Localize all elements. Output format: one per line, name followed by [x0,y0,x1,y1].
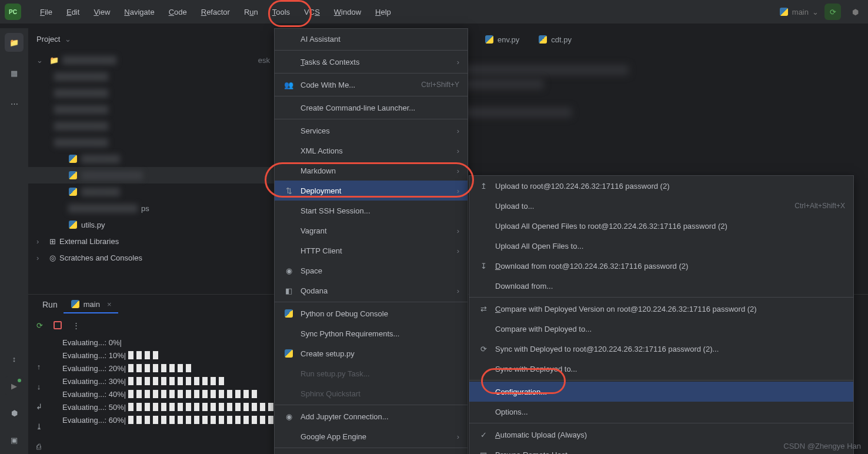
python-icon [485,35,494,44]
menu-help[interactable]: Help [368,4,398,20]
project-tool-button[interactable]: 📁 [5,33,24,52]
python-icon [68,220,78,229]
more-actions-button[interactable]: ⋮ [72,321,80,330]
deploy-upload-to[interactable]: Upload to...Ctrl+Alt+Shift+X [469,196,853,216]
chevron-right-icon: › [457,286,459,295]
tree-item[interactable]: xxxx [28,151,275,167]
menu-tasks-contexts[interactable]: Tasks & Contexts› [275,52,468,72]
menu-edit[interactable]: Edit [59,4,86,20]
python-console-button[interactable]: ⬢ [5,403,24,422]
menu-gae[interactable]: Google App Engine› [275,426,468,446]
left-toolbar-bottom: ↕ ▶ ⬢ ▣ [0,349,28,449]
menu-python-console[interactable]: Python or Debug Console [275,303,468,323]
tree-scratches[interactable]: ›◎Scratches and Consoles [28,249,275,266]
deploy-sync-host[interactable]: ⟳Sync with Deployed to root@120.224.26.3… [469,339,853,359]
soft-wrap-button[interactable]: ↲ [31,399,47,413]
deploy-upload-host[interactable]: ↥Upload to root@120.224.26.32:17116 pass… [469,176,853,196]
menu-view[interactable]: View [86,4,117,20]
run-tab-main[interactable]: main× [64,296,119,313]
tab-label: env.py [498,35,519,44]
chevron-right-icon: › [457,226,459,235]
menu-deployment[interactable]: ⇅Deployment› [275,181,468,201]
close-icon[interactable]: × [107,300,112,309]
menu-vcs[interactable]: VCS [297,4,327,20]
tree-item[interactable]: xxxxxxxx [28,68,275,85]
run-tab-label: main [84,300,100,309]
tree-item[interactable]: xxxxxxxx [28,101,275,118]
python-icon [68,154,78,163]
deploy-options[interactable]: Options... [469,402,853,422]
menu-markdown[interactable]: Markdown› [275,161,468,181]
deploy-compare[interactable]: Compare with Deployed to... [469,319,853,339]
deploy-icon: ⇅ [283,186,295,195]
chevron-right-icon: › [457,58,459,66]
menu-sync-requirements[interactable]: Sync Python Requirements... [275,323,468,343]
menu-services[interactable]: Services› [275,121,468,141]
run-button[interactable]: ⟳ [824,4,841,20]
run-config-selector[interactable]: main ⌄ [779,7,819,16]
tree-item-selected[interactable]: xxxxxxxxxx [28,167,275,183]
tree-item[interactable]: xxxx [28,183,275,200]
menu-http-client[interactable]: HTTP Client› [275,241,468,261]
deploy-download-host[interactable]: ↧Download from root@120.224.26.32:17116 … [469,256,853,276]
tree-item[interactable]: xxxxxxxxxxxxps [28,200,275,216]
stop-button[interactable] [54,321,62,329]
tree-root[interactable]: ⌄📁xxxxxxxxesk [28,52,275,68]
tools-dropdown: AI Assistant Tasks & Contexts› 👥Code Wit… [274,28,468,454]
project-panel: Project ⌄ ⌄📁xxxxxxxxesk xxxxxxxx xxxxxxx… [28,28,275,294]
tree-item[interactable]: xxxxxxxx [28,118,275,134]
editor-tab-env[interactable]: env.py [475,30,529,49]
menu-ai-assistant[interactable]: AI Assistant [275,29,468,49]
menu-window[interactable]: Window [327,4,368,20]
deploy-compare-host[interactable]: ⇄Compare with Deployed Version on root@1… [469,299,853,319]
python-icon [779,7,789,16]
project-panel-header[interactable]: Project ⌄ [28,28,275,49]
rerun-button[interactable]: ⟳ [36,321,43,330]
editor-tab-cdt[interactable]: cdt.py [529,30,581,49]
scroll-to-end-button[interactable]: ⤓ [31,419,47,433]
structure-tool-button[interactable]: ▦ [5,64,24,82]
menu-vagrant[interactable]: Vagrant› [275,221,468,241]
menu-navigate[interactable]: Navigate [117,4,161,20]
deploy-sync[interactable]: Sync with Deployed to... [469,359,853,379]
more-tool-button[interactable]: ⋯ [5,94,24,113]
jupyter-icon: ◉ [283,412,295,421]
menu-ssh-session[interactable]: Start SSH Session... [275,201,468,221]
chevron-down-icon: ⌄ [812,8,819,16]
menu-jupyter[interactable]: ◉Add Jupyter Connection... [275,406,468,426]
deploy-upload-all-opened[interactable]: Upload All Opened Files to root@120.224.… [469,216,853,236]
scroll-down-button[interactable]: ↓ [31,379,47,393]
menu-sphinx: Sphinx Quickstart [275,383,468,403]
deploy-upload-all-open[interactable]: Upload All Open Files to... [469,236,853,256]
host-icon: ▤ [478,450,489,455]
menu-qodana[interactable]: ◧Qodana› [275,281,468,301]
chevron-right-icon: › [457,126,459,135]
tree-item[interactable]: xxxxxxxx [28,85,275,101]
menu-code[interactable]: Code [162,4,194,20]
tree-item[interactable]: xxxxxxxx [28,134,275,151]
scroll-up-button[interactable]: ↑ [31,359,47,373]
git-tool-button[interactable]: ↕ [5,349,24,368]
tree-external-libs[interactable]: ›⊞External Libraries [28,233,275,249]
chevron-right-icon: › [457,432,459,441]
debug-button[interactable]: ⬢ [847,4,863,20]
run-tool-button[interactable]: ▶ [5,376,24,395]
sync-icon: ⟳ [478,345,489,353]
menubar: PC File Edit View Navigate Code Refactor… [0,0,868,24]
menu-code-with-me[interactable]: 👥Code With Me...Ctrl+Shift+Y [275,75,468,95]
menu-space[interactable]: ◉Space [275,261,468,281]
menu-create-setup[interactable]: Create setup.py [275,343,468,363]
menu-cprofile[interactable]: Open CProfile snapshot [275,449,468,454]
menu-refactor[interactable]: Refactor [194,4,237,20]
menu-create-launcher[interactable]: Create Command-line Launcher... [275,98,468,118]
menu-xml-actions[interactable]: XML Actions› [275,141,468,161]
tree-item-utils[interactable]: utils.py [28,216,275,233]
menu-run[interactable]: Run [237,4,265,20]
print-button[interactable]: ⎙ [31,439,47,453]
deploy-configuration[interactable]: Configuration... [469,382,853,402]
deploy-download-from[interactable]: Download from... [469,276,853,296]
project-tree: ⌄📁xxxxxxxxesk xxxxxxxx xxxxxxxx xxxxxxxx… [28,49,275,268]
menu-file[interactable]: File [33,4,59,20]
menu-tools[interactable]: Tools [265,4,297,20]
terminal-tool-button[interactable]: ▣ [5,430,24,449]
